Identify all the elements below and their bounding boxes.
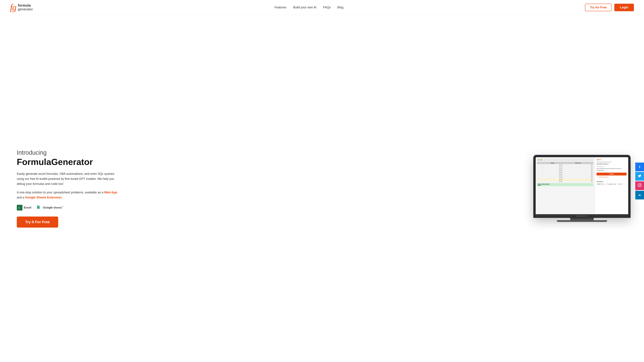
hero-section: Introducing FormulaGenerator Easily gene… — [0, 15, 644, 362]
table-row: $3,000$42 — [537, 166, 593, 168]
logo-line2: generator — [18, 7, 33, 11]
web-app-link[interactable]: Web App — [104, 191, 117, 194]
panel-hint: Enter input here — [596, 166, 626, 167]
try-free-button[interactable]: Try for Free — [585, 4, 612, 11]
lightning-icon: ⚡ — [596, 176, 598, 178]
hero-subtitle-prefix: A one-stop solution to your spreadsheet … — [17, 191, 104, 194]
ss-toolbar — [537, 159, 593, 161]
panel-unlimited: ⚡ Unlimited Requests — [596, 176, 626, 178]
panel-output-label: OUTPUT — [596, 181, 626, 183]
chevron-down-icon: ▾ — [608, 163, 608, 165]
laptop-base: MacBook Pro — [536, 214, 628, 218]
panel-output-formula: =SUMIF(J2:J, "Facebook Ads", K2:K) — [596, 183, 626, 185]
gsheets-label: Google Sheets™ — [43, 206, 64, 209]
panel-dropdown: Generate Formula ▾ — [596, 163, 626, 165]
nav-build-ai[interactable]: Build your own AI — [293, 6, 316, 9]
laptop-foot — [557, 220, 607, 222]
svg-rect-3 — [38, 206, 40, 207]
excel-badge: X Excel — [17, 205, 31, 211]
panel-formula-text: sum of values from K2:K with value in co… — [596, 168, 626, 171]
col-spend: Spend — [542, 162, 563, 164]
spreadsheet-table: Spend New Users $1,200$18 $3,000$42 $3,2… — [537, 162, 593, 183]
hero-subtitle-middle: and a — [17, 196, 25, 199]
logo-line1: formula — [18, 3, 33, 7]
hero-description: Easily generate excel formulas, VBA auto… — [17, 171, 118, 186]
hero-title: FormulaGenerator — [17, 157, 118, 167]
minimize-dot — [539, 159, 540, 160]
table-row: $3,200$18 — [537, 171, 593, 173]
table-row: $1,800$42 — [537, 170, 593, 171]
nav-features[interactable]: Features — [274, 6, 286, 9]
hero-left: Introducing FormulaGenerator Easily gene… — [17, 149, 118, 228]
table-row: $3,000$42 — [537, 177, 593, 179]
panel-question: What would you like to do? — [596, 161, 626, 163]
linkedin-icon: in — [638, 194, 641, 197]
laptop-stand — [570, 218, 594, 220]
cta-button[interactable]: Try It For Free — [17, 217, 58, 228]
excel-label: Excel — [24, 206, 31, 209]
gsheets-link[interactable]: Google Sheets Extension. — [25, 196, 62, 199]
col-empty — [537, 162, 542, 164]
twitter-button[interactable] — [635, 172, 644, 181]
panel-dropdown-label: Generate Formula — [596, 163, 607, 165]
table-row: $1,600$18 — [537, 175, 593, 177]
table-row: $1,200$18 — [537, 179, 593, 181]
logo[interactable]: fg formula generator — [10, 3, 33, 12]
login-button[interactable]: Login — [614, 4, 634, 11]
svg-text:X: X — [18, 207, 20, 209]
panel-submit-button[interactable]: SUBMIT — [596, 173, 626, 175]
linkedin-button[interactable]: in — [635, 191, 644, 199]
laptop-body: Spend New Users $1,200$18 $3,000$42 $3,2… — [533, 155, 630, 218]
hero-subtitle: A one-stop solution to your spreadsheet … — [17, 190, 118, 200]
hero-right: Spend New Users $1,200$18 $3,000$42 $3,2… — [530, 155, 634, 222]
screen-panel: INPUT What would you like to do? Generat… — [595, 157, 628, 214]
nav-blog[interactable]: Blog — [338, 6, 344, 9]
table-row: $3,000$42 — [537, 173, 593, 175]
gsheets-icon — [36, 205, 42, 211]
hero-intro: Introducing — [17, 149, 118, 156]
laptop-screen: Spend New Users $1,200$18 $3,000$42 $3,2… — [536, 157, 628, 214]
nav-links: Features Build your own AI FAQs Blog — [274, 6, 344, 9]
twitter-icon — [638, 174, 642, 179]
maximize-dot — [541, 159, 542, 160]
gsheets-badge: Google Sheets™ — [36, 205, 64, 211]
badges: X Excel — [17, 205, 118, 211]
nav-faqs[interactable]: FAQs — [323, 6, 331, 9]
laptop-mockup: Spend New Users $1,200$18 $3,000$42 $3,2… — [533, 155, 630, 222]
close-dot — [538, 159, 539, 160]
table-row: $3,800$42 — [537, 181, 593, 183]
laptop-brand-label: MacBook Pro — [576, 215, 587, 217]
table-row: $3,200$18 — [537, 168, 593, 170]
spreadsheet-total: Total: Facebook Spend$3,000 — [537, 183, 593, 186]
unlimited-label: Unlimited Requests — [598, 176, 609, 178]
navbar: fg formula generator Features Build your… — [0, 0, 644, 15]
col-users: New Users — [563, 162, 593, 164]
instagram-icon — [638, 183, 642, 188]
social-sidebar: f in — [635, 163, 644, 199]
logo-text: formula generator — [18, 3, 33, 11]
facebook-icon: f — [639, 165, 640, 169]
nav-actions: Try for Free Login — [585, 4, 634, 11]
screen-spreadsheet: Spend New Users $1,200$18 $3,000$42 $3,2… — [536, 157, 595, 214]
instagram-button[interactable] — [635, 181, 644, 190]
excel-icon: X — [17, 205, 22, 211]
facebook-button[interactable]: f — [635, 163, 644, 171]
panel-input-label: INPUT — [596, 159, 626, 161]
logo-icon: fg — [10, 3, 16, 12]
table-row: $1,200$18 — [537, 164, 593, 166]
